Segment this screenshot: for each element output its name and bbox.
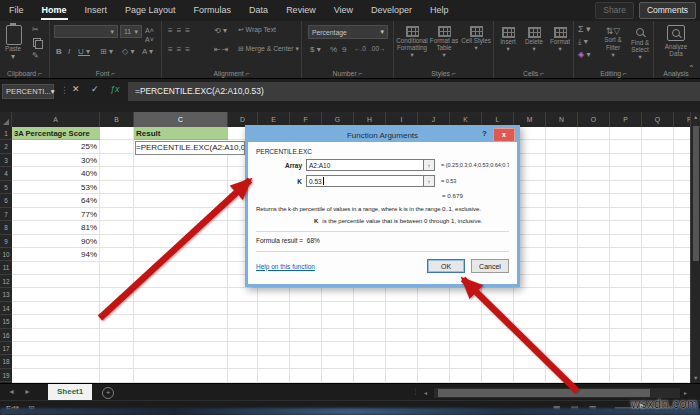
cell-a6[interactable]: 64% bbox=[12, 194, 100, 207]
splitter-grip-icon[interactable]: ⋮ bbox=[412, 388, 419, 396]
row-header-10[interactable]: 10 bbox=[0, 248, 12, 261]
hscroll-right-icon[interactable]: ▸ bbox=[684, 389, 687, 396]
row-header-18[interactable]: 18 bbox=[0, 355, 12, 368]
insert-cells-button[interactable]: Insert▾ bbox=[496, 27, 520, 52]
align-top-icons[interactable]: ≡≡≡ bbox=[168, 26, 194, 35]
scroll-up-icon[interactable]: ▲ bbox=[693, 114, 698, 120]
new-sheet-icon[interactable]: + bbox=[102, 387, 114, 399]
column-header-P[interactable]: P bbox=[610, 112, 642, 127]
row-header-17[interactable]: 17 bbox=[0, 342, 12, 355]
tab-developer[interactable]: Developer bbox=[362, 0, 421, 21]
name-box[interactable]: PERCENTI...▾ bbox=[2, 84, 54, 99]
help-link[interactable]: Help on this function bbox=[256, 263, 427, 270]
comma-style-icon[interactable]: 9 bbox=[342, 45, 346, 54]
dialog-help-icon[interactable]: ? bbox=[482, 129, 487, 138]
wrap-text-button[interactable]: ↩ Wrap Text bbox=[238, 26, 276, 34]
row-header-1[interactable]: 1 bbox=[0, 127, 12, 140]
horizontal-scroll-thumb[interactable] bbox=[438, 389, 650, 397]
number-format-combo[interactable]: Percentage▾ bbox=[308, 25, 388, 39]
sheet-tab-sheet1[interactable]: Sheet1 bbox=[48, 384, 92, 400]
tab-review[interactable]: Review bbox=[277, 0, 325, 21]
vertical-scroll-thumb[interactable] bbox=[693, 126, 699, 261]
column-header-C[interactable]: C bbox=[134, 112, 228, 127]
row-header-12[interactable]: 12 bbox=[0, 275, 12, 288]
percent-icon[interactable]: % bbox=[330, 45, 337, 54]
currency-icon[interactable]: $ ▾ bbox=[310, 45, 321, 54]
column-header-N[interactable]: N bbox=[546, 112, 578, 127]
row-header-15[interactable]: 15 bbox=[0, 315, 12, 328]
orientation-icon[interactable]: ⟲ ▾ bbox=[214, 26, 227, 35]
cell-c2-edit-box[interactable]: =PERCENTILE.EXC(A2:A10,0.53) bbox=[135, 141, 245, 155]
align-horizontal-icons[interactable]: ≡≡≡ bbox=[168, 45, 194, 54]
shrink-font-icon[interactable]: A˅ bbox=[145, 36, 154, 43]
sort-filter-button[interactable]: ⇅▽Sort & Filter▾ bbox=[600, 26, 626, 58]
font-name-combo[interactable]: ▾ bbox=[54, 25, 118, 38]
tab-home[interactable]: Home bbox=[33, 0, 76, 21]
tab-data[interactable]: Data bbox=[240, 0, 277, 21]
k-input[interactable]: 0.53 bbox=[306, 175, 424, 187]
tab-file[interactable]: File bbox=[0, 0, 33, 21]
array-input[interactable]: A2:A10 bbox=[306, 159, 424, 171]
tab-formulas[interactable]: Formulas bbox=[185, 0, 241, 21]
row-header-7[interactable]: 7 bbox=[0, 208, 12, 221]
cut-icon[interactable]: ✂ bbox=[32, 25, 39, 34]
row-header-14[interactable]: 14 bbox=[0, 302, 12, 315]
row-header-5[interactable]: 5 bbox=[0, 181, 12, 194]
cancel-button[interactable]: Cancel bbox=[471, 259, 509, 273]
tab-view[interactable]: View bbox=[325, 0, 362, 21]
italic-icon[interactable]: I bbox=[68, 47, 70, 56]
select-all-corner[interactable] bbox=[0, 112, 12, 127]
k-range-picker-icon[interactable]: ↑ bbox=[424, 175, 435, 187]
enter-entry-icon[interactable]: ✓ bbox=[91, 84, 99, 94]
grow-font-icon[interactable]: A˄ bbox=[145, 27, 154, 34]
decrease-decimal-icon[interactable]: .00→ bbox=[370, 45, 386, 52]
delete-cells-button[interactable]: Delete▾ bbox=[522, 27, 546, 52]
hscroll-left-icon[interactable]: ◂ bbox=[424, 389, 427, 396]
tab-insert[interactable]: Insert bbox=[76, 0, 117, 21]
cell-a5[interactable]: 53% bbox=[12, 181, 100, 194]
format-painter-icon[interactable]: ✎ bbox=[32, 51, 39, 60]
borders-icon[interactable]: ⊞ ▾ bbox=[100, 47, 113, 56]
conditional-formatting-button[interactable]: Conditional Formatting▾ bbox=[396, 26, 428, 59]
paste-icon[interactable] bbox=[6, 25, 22, 45]
cell-a9[interactable]: 90% bbox=[12, 235, 100, 248]
cell-a10[interactable]: 94% bbox=[12, 248, 100, 261]
row-header-13[interactable]: 13 bbox=[0, 288, 12, 301]
comments-button[interactable]: Comments bbox=[639, 2, 696, 19]
row-header-2[interactable]: 2 bbox=[0, 140, 12, 153]
share-button[interactable]: Share bbox=[595, 2, 634, 19]
column-header-Q[interactable]: Q bbox=[642, 112, 674, 127]
next-sheet-icon[interactable]: ► bbox=[24, 388, 31, 395]
column-header-R[interactable]: R bbox=[674, 112, 690, 127]
ok-button[interactable]: OK bbox=[427, 259, 465, 273]
vertical-scrollbar[interactable]: ▲ ▼ bbox=[690, 112, 700, 383]
dialog-close-icon[interactable]: x bbox=[493, 128, 515, 142]
clear-icon[interactable]: ◈ ▾ bbox=[578, 50, 590, 59]
fill-color-icon[interactable]: ◇ ▾ bbox=[122, 47, 134, 56]
autosum-icon[interactable]: Σ ▾ bbox=[578, 24, 591, 34]
column-header-B[interactable]: B bbox=[100, 112, 134, 127]
increase-decimal-icon[interactable]: ←.0 bbox=[354, 45, 366, 52]
cell-a7[interactable]: 77% bbox=[12, 208, 100, 221]
cell-c1[interactable]: Result bbox=[134, 127, 228, 140]
analyze-data-button[interactable]: Analyze Data bbox=[658, 25, 694, 57]
bold-icon[interactable]: B bbox=[56, 47, 62, 56]
tab-page-layout[interactable]: Page Layout bbox=[116, 0, 185, 21]
row-header-19[interactable]: 19 bbox=[0, 369, 12, 382]
formula-input[interactable]: =PERCENTILE.EXC(A2:A10,0.53) bbox=[128, 82, 700, 101]
cell-a2[interactable]: 25% bbox=[12, 140, 100, 153]
column-header-A[interactable]: A bbox=[12, 112, 100, 127]
underline-icon[interactable]: U ▾ bbox=[78, 47, 90, 56]
scroll-down-icon[interactable]: ▼ bbox=[693, 375, 698, 381]
row-header-11[interactable]: 11 bbox=[0, 261, 12, 274]
row-header-16[interactable]: 16 bbox=[0, 329, 12, 342]
collapse-ribbon-icon[interactable]: ⌃ bbox=[688, 64, 695, 73]
row-header-6[interactable]: 6 bbox=[0, 194, 12, 207]
row-header-9[interactable]: 9 bbox=[0, 235, 12, 248]
fill-icon[interactable]: ⤓ ▾ bbox=[578, 37, 588, 47]
font-size-combo[interactable]: 11▾ bbox=[120, 25, 142, 38]
find-select-button[interactable]: Find & Select▾ bbox=[627, 26, 653, 61]
cell-styles-button[interactable]: Cell Styles▾ bbox=[460, 26, 492, 51]
merge-center-button[interactable]: ⊟ Merge & Center ▾ bbox=[238, 45, 299, 53]
array-range-picker-icon[interactable]: ↑ bbox=[424, 159, 435, 171]
